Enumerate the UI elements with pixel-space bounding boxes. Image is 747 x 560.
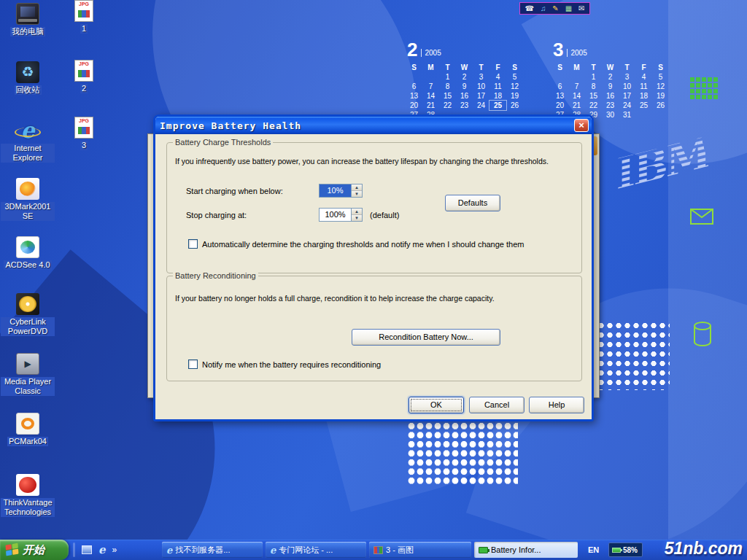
desktop-icon-my-computer[interactable]: 我的电脑 bbox=[0, 3, 55, 36]
calendar-day: 9 bbox=[602, 82, 619, 91]
language-indicator[interactable]: EN bbox=[588, 545, 599, 554]
music-icon[interactable] bbox=[541, 3, 546, 14]
dialog-titlebar[interactable]: Improve Battery Health bbox=[155, 117, 592, 134]
desktop-icon-powerdvd[interactable]: CyberLink PowerDVD bbox=[0, 293, 55, 336]
taskbar-task-battery-information-active[interactable]: Battery Infor... bbox=[474, 542, 578, 558]
spin-down-button[interactable]: ▼ bbox=[352, 191, 362, 197]
close-button[interactable]: × bbox=[574, 119, 589, 132]
desktop-icon-label: 我的电脑 bbox=[10, 27, 45, 36]
my-computer-icon bbox=[16, 3, 39, 25]
task-label: 专门网论坛 - ... bbox=[279, 545, 333, 556]
taskbar-task-ie-forum[interactable]: e 专门网论坛 - ... bbox=[266, 542, 366, 558]
spin-up-button[interactable]: ▲ bbox=[352, 184, 362, 191]
calendar-weekday-header-row: SMTWTFS bbox=[551, 63, 673, 72]
calendar-day: 26 bbox=[506, 101, 523, 110]
calendar-month-title: 3 2005 bbox=[549, 39, 673, 63]
auto-determine-checkbox[interactable] bbox=[188, 239, 198, 249]
quick-launch-more-chevron[interactable]: » bbox=[112, 545, 117, 555]
start-button[interactable]: 开始 bbox=[0, 540, 69, 560]
auto-determine-checkbox-label: Automatically determine the charging thr… bbox=[202, 240, 524, 249]
calendar-day: 6 bbox=[551, 82, 568, 91]
floating-mini-toolbar[interactable] bbox=[519, 2, 590, 15]
phone-icon[interactable] bbox=[525, 3, 533, 14]
calendar-day: 17 bbox=[473, 91, 489, 101]
desktop-icon-3dmark2001[interactable]: 3DMark2001 SE bbox=[0, 178, 55, 221]
calendar-day: 3 bbox=[473, 72, 489, 82]
calendar-day: 4 bbox=[489, 72, 506, 82]
calendar-day: 5 bbox=[652, 72, 669, 82]
calendar-day: 14 bbox=[568, 91, 585, 101]
calendar-day: 13 bbox=[406, 91, 422, 101]
pen-icon[interactable] bbox=[552, 3, 558, 14]
calendar-weekday-header: W bbox=[456, 63, 473, 72]
calendar-month-number: 3 bbox=[553, 39, 563, 60]
group-caption: Battery Charge Thresholds bbox=[173, 138, 273, 147]
show-desktop-icon[interactable] bbox=[82, 545, 92, 554]
tray-battery-indicator[interactable]: 58% bbox=[608, 542, 643, 557]
desktop-icon-label: Internet Explorer bbox=[1, 144, 55, 163]
taskbar-task-ie-server-not-found[interactable]: e 找不到服务器... bbox=[162, 542, 263, 558]
spin-up-button[interactable]: ▲ bbox=[352, 209, 362, 215]
stop-charging-spinbox[interactable]: 100% ▲ ▼ bbox=[319, 208, 363, 222]
wallpaper-green-grid-icon bbox=[690, 77, 718, 99]
dialog-title: Improve Battery Health bbox=[160, 120, 301, 131]
defaults-button[interactable]: Defaults bbox=[445, 195, 500, 211]
pcmark-icon bbox=[16, 413, 39, 435]
start-charging-spinbox[interactable]: 10% ▲ ▼ bbox=[319, 184, 363, 198]
internet-explorer-icon[interactable]: e bbox=[98, 542, 106, 557]
powerdvd-icon bbox=[16, 293, 39, 315]
desktop-icon-recycle-bin[interactable]: 回收站 bbox=[0, 61, 55, 95]
calendar-day: 11 bbox=[489, 82, 506, 91]
desktop-icon-jpg-2[interactable]: 2 bbox=[56, 60, 112, 93]
desktop-icon-acdsee[interactable]: ACDSee 4.0 bbox=[0, 236, 55, 270]
calendar-day: 25 bbox=[635, 101, 652, 110]
grid-icon[interactable] bbox=[565, 3, 572, 14]
calendar-weekday-header: S bbox=[551, 63, 568, 72]
calendar-day: 23 bbox=[456, 101, 473, 110]
recondition-battery-button[interactable]: Recondition Battery Now... bbox=[352, 329, 500, 346]
calendar-day: 25 bbox=[489, 101, 506, 110]
mail-icon[interactable] bbox=[578, 3, 584, 14]
desktop-icon-thinkvantage[interactable]: ThinkVantage Technologies bbox=[0, 474, 55, 517]
ok-button[interactable]: OK bbox=[409, 397, 464, 413]
jpg-file-icon bbox=[74, 60, 93, 82]
desktop-icon-jpg-3[interactable]: 3 bbox=[56, 117, 112, 150]
calendar-day: 23 bbox=[602, 101, 619, 110]
battery-percent: 58% bbox=[623, 546, 638, 554]
taskbar-task-paint[interactable]: 3 - 画图 bbox=[369, 542, 471, 558]
stop-charging-label: Stop charging at: bbox=[186, 211, 247, 219]
calendar-day: 18 bbox=[489, 91, 506, 101]
notify-recondition-checkbox[interactable] bbox=[188, 359, 198, 369]
desktop-icon-label: 3 bbox=[80, 141, 88, 150]
calendar-weekday-header: S bbox=[406, 63, 422, 72]
desktop-icon-label: 3DMark2001 SE bbox=[1, 202, 55, 221]
calendar-day: 26 bbox=[652, 101, 669, 110]
auto-determine-checkbox-row: Automatically determine the charging thr… bbox=[188, 239, 524, 249]
default-note: (default) bbox=[370, 211, 399, 219]
calendar-day: 31 bbox=[619, 110, 635, 120]
desktop-icon-pcmark04[interactable]: PCMark04 bbox=[0, 413, 55, 446]
spin-down-button[interactable]: ▼ bbox=[352, 215, 362, 221]
calendar-day: 12 bbox=[506, 82, 523, 91]
desktop-icon-jpg-1[interactable]: 1 bbox=[56, 0, 112, 34]
stop-charging-value[interactable]: 100% bbox=[320, 209, 351, 221]
calendar-day: 20 bbox=[406, 101, 422, 110]
desktop-icon-label: PCMark04 bbox=[7, 437, 48, 446]
calendar-weekday-header: M bbox=[422, 63, 439, 72]
desktop-icon-media-player-classic[interactable]: Media Player Classic bbox=[0, 353, 55, 396]
help-button[interactable]: Help bbox=[529, 397, 584, 413]
calendar-year: 2005 bbox=[421, 49, 441, 57]
wallpaper-envelope-icon bbox=[690, 209, 713, 225]
calendar-day bbox=[406, 72, 422, 82]
acdsee-icon bbox=[16, 236, 39, 258]
calendar-day: 21 bbox=[568, 101, 585, 110]
start-charging-label: Start charging when below: bbox=[186, 187, 283, 195]
start-charging-value[interactable]: 10% bbox=[320, 184, 351, 197]
calendar-day: 24 bbox=[473, 101, 489, 110]
calendar-day: 13 bbox=[551, 91, 568, 101]
task-label: Battery Infor... bbox=[491, 545, 541, 554]
group-caption: Battery Reconditioning bbox=[173, 271, 258, 280]
desktop-icon-internet-explorer[interactable]: Internet Explorer bbox=[0, 120, 55, 163]
cancel-button[interactable]: Cancel bbox=[469, 397, 525, 413]
internet-explorer-icon bbox=[16, 120, 39, 141]
